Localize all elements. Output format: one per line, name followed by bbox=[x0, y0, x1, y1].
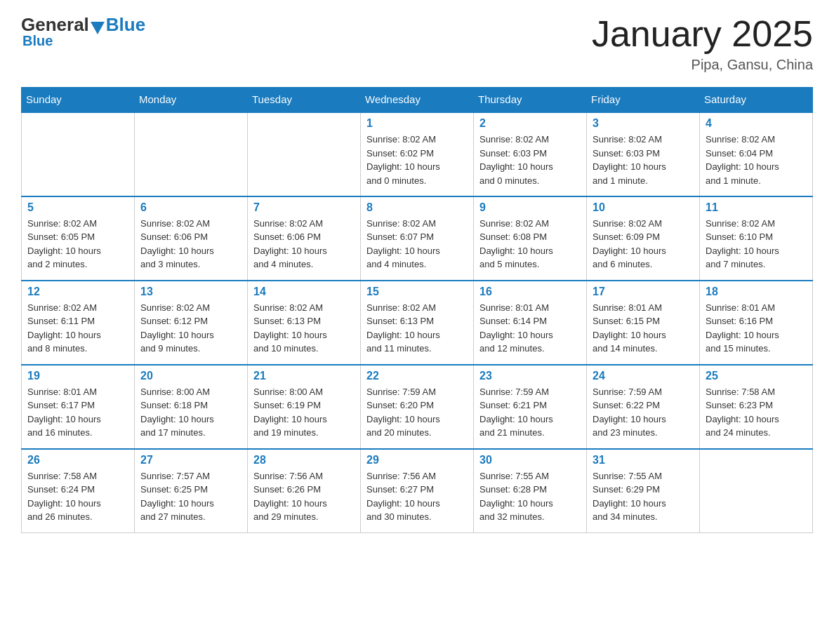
day-number: 19 bbox=[27, 370, 128, 382]
location-text: Pipa, Gansu, China bbox=[592, 57, 813, 73]
calendar-cell: 28Sunrise: 7:56 AM Sunset: 6:26 PM Dayli… bbox=[248, 449, 361, 533]
day-number: 30 bbox=[479, 454, 581, 467]
calendar-cell: 24Sunrise: 7:59 AM Sunset: 6:22 PM Dayli… bbox=[587, 365, 700, 449]
days-of-week-row: SundayMondayTuesdayWednesdayThursdayFrid… bbox=[22, 88, 813, 112]
day-number: 12 bbox=[27, 286, 128, 298]
sun-info: Sunrise: 8:02 AM Sunset: 6:12 PM Dayligh… bbox=[140, 301, 241, 356]
calendar-cell: 22Sunrise: 7:59 AM Sunset: 6:20 PM Dayli… bbox=[361, 365, 474, 449]
sun-info: Sunrise: 8:02 AM Sunset: 6:11 PM Dayligh… bbox=[27, 301, 128, 356]
day-number: 26 bbox=[27, 454, 128, 467]
day-number: 29 bbox=[366, 454, 468, 467]
sun-info: Sunrise: 7:59 AM Sunset: 6:22 PM Dayligh… bbox=[593, 385, 694, 440]
sun-info: Sunrise: 8:02 AM Sunset: 6:03 PM Dayligh… bbox=[479, 133, 581, 187]
sun-info: Sunrise: 8:01 AM Sunset: 6:16 PM Dayligh… bbox=[706, 301, 807, 356]
calendar-cell: 16Sunrise: 8:01 AM Sunset: 6:14 PM Dayli… bbox=[474, 281, 587, 365]
calendar-cell: 31Sunrise: 7:55 AM Sunset: 6:29 PM Dayli… bbox=[587, 449, 700, 533]
day-of-week-header: Thursday bbox=[474, 88, 587, 112]
sun-info: Sunrise: 8:02 AM Sunset: 6:06 PM Dayligh… bbox=[253, 217, 355, 271]
calendar-week-row: 19Sunrise: 8:01 AM Sunset: 6:17 PM Dayli… bbox=[22, 365, 813, 449]
calendar-cell: 11Sunrise: 8:02 AM Sunset: 6:10 PM Dayli… bbox=[700, 196, 813, 281]
calendar-week-row: 5Sunrise: 8:02 AM Sunset: 6:05 PM Daylig… bbox=[22, 196, 813, 281]
calendar-cell: 18Sunrise: 8:01 AM Sunset: 6:16 PM Dayli… bbox=[700, 281, 813, 365]
calendar-header: SundayMondayTuesdayWednesdayThursdayFrid… bbox=[22, 88, 813, 112]
sun-info: Sunrise: 7:58 AM Sunset: 6:23 PM Dayligh… bbox=[706, 385, 807, 440]
day-number: 22 bbox=[366, 370, 468, 382]
day-of-week-header: Wednesday bbox=[361, 88, 474, 112]
day-number: 25 bbox=[706, 370, 807, 382]
day-number: 24 bbox=[593, 370, 694, 382]
sun-info: Sunrise: 8:01 AM Sunset: 6:15 PM Dayligh… bbox=[593, 301, 694, 356]
page-header: General Blue Blue January 2025 Pipa, Gan… bbox=[21, 14, 813, 73]
sun-info: Sunrise: 8:01 AM Sunset: 6:14 PM Dayligh… bbox=[479, 301, 581, 356]
logo: General Blue Blue bbox=[21, 14, 145, 49]
sun-info: Sunrise: 7:56 AM Sunset: 6:26 PM Dayligh… bbox=[253, 469, 355, 524]
day-number: 21 bbox=[253, 370, 355, 382]
day-number: 31 bbox=[593, 454, 694, 467]
logo-subtitle: Blue bbox=[22, 33, 53, 49]
day-number: 5 bbox=[27, 201, 128, 214]
calendar-cell: 25Sunrise: 7:58 AM Sunset: 6:23 PM Dayli… bbox=[700, 365, 813, 449]
sun-info: Sunrise: 7:58 AM Sunset: 6:24 PM Dayligh… bbox=[27, 469, 128, 524]
calendar-cell: 8Sunrise: 8:02 AM Sunset: 6:07 PM Daylig… bbox=[361, 196, 474, 281]
calendar-week-row: 1Sunrise: 8:02 AM Sunset: 6:02 PM Daylig… bbox=[22, 112, 813, 196]
calendar-cell: 20Sunrise: 8:00 AM Sunset: 6:18 PM Dayli… bbox=[135, 365, 248, 449]
day-number: 20 bbox=[140, 370, 241, 382]
calendar-cell: 7Sunrise: 8:02 AM Sunset: 6:06 PM Daylig… bbox=[248, 196, 361, 281]
sun-info: Sunrise: 8:02 AM Sunset: 6:06 PM Dayligh… bbox=[140, 217, 241, 271]
calendar-cell: 19Sunrise: 8:01 AM Sunset: 6:17 PM Dayli… bbox=[22, 365, 135, 449]
calendar-week-row: 26Sunrise: 7:58 AM Sunset: 6:24 PM Dayli… bbox=[22, 449, 813, 533]
day-number: 2 bbox=[479, 117, 581, 130]
sun-info: Sunrise: 8:02 AM Sunset: 6:08 PM Dayligh… bbox=[479, 217, 581, 271]
sun-info: Sunrise: 8:00 AM Sunset: 6:19 PM Dayligh… bbox=[253, 385, 355, 440]
day-number: 6 bbox=[140, 201, 241, 214]
day-number: 7 bbox=[253, 201, 355, 214]
calendar-body: 1Sunrise: 8:02 AM Sunset: 6:02 PM Daylig… bbox=[22, 112, 813, 533]
day-of-week-header: Tuesday bbox=[248, 88, 361, 112]
calendar-cell: 2Sunrise: 8:02 AM Sunset: 6:03 PM Daylig… bbox=[474, 112, 587, 196]
day-number: 9 bbox=[479, 201, 581, 214]
calendar-cell bbox=[135, 112, 248, 196]
calendar-cell: 6Sunrise: 8:02 AM Sunset: 6:06 PM Daylig… bbox=[135, 196, 248, 281]
day-number: 23 bbox=[479, 370, 581, 382]
sun-info: Sunrise: 8:02 AM Sunset: 6:04 PM Dayligh… bbox=[706, 133, 807, 187]
day-number: 16 bbox=[479, 286, 581, 298]
calendar-cell: 5Sunrise: 8:02 AM Sunset: 6:05 PM Daylig… bbox=[22, 196, 135, 281]
sun-info: Sunrise: 8:00 AM Sunset: 6:18 PM Dayligh… bbox=[140, 385, 241, 440]
day-number: 14 bbox=[253, 286, 355, 298]
calendar-cell: 29Sunrise: 7:56 AM Sunset: 6:27 PM Dayli… bbox=[361, 449, 474, 533]
calendar-cell: 14Sunrise: 8:02 AM Sunset: 6:13 PM Dayli… bbox=[248, 281, 361, 365]
logo-blue-text: Blue bbox=[106, 14, 145, 36]
day-number: 18 bbox=[706, 286, 807, 298]
sun-info: Sunrise: 8:02 AM Sunset: 6:07 PM Dayligh… bbox=[366, 217, 468, 271]
day-number: 17 bbox=[593, 286, 694, 298]
day-of-week-header: Saturday bbox=[700, 88, 813, 112]
day-number: 4 bbox=[706, 117, 807, 130]
calendar-cell: 9Sunrise: 8:02 AM Sunset: 6:08 PM Daylig… bbox=[474, 196, 587, 281]
calendar-cell: 30Sunrise: 7:55 AM Sunset: 6:28 PM Dayli… bbox=[474, 449, 587, 533]
calendar-cell bbox=[700, 449, 813, 533]
calendar-cell: 10Sunrise: 8:02 AM Sunset: 6:09 PM Dayli… bbox=[587, 196, 700, 281]
sun-info: Sunrise: 8:01 AM Sunset: 6:17 PM Dayligh… bbox=[27, 385, 128, 440]
sun-info: Sunrise: 8:02 AM Sunset: 6:13 PM Dayligh… bbox=[253, 301, 355, 356]
sun-info: Sunrise: 7:57 AM Sunset: 6:25 PM Dayligh… bbox=[140, 469, 241, 524]
sun-info: Sunrise: 8:02 AM Sunset: 6:03 PM Dayligh… bbox=[593, 133, 694, 187]
calendar-cell: 17Sunrise: 8:01 AM Sunset: 6:15 PM Dayli… bbox=[587, 281, 700, 365]
calendar-cell: 23Sunrise: 7:59 AM Sunset: 6:21 PM Dayli… bbox=[474, 365, 587, 449]
sun-info: Sunrise: 8:02 AM Sunset: 6:05 PM Dayligh… bbox=[27, 217, 128, 271]
calendar-cell: 26Sunrise: 7:58 AM Sunset: 6:24 PM Dayli… bbox=[22, 449, 135, 533]
title-area: January 2025 Pipa, Gansu, China bbox=[592, 14, 813, 73]
day-of-week-header: Sunday bbox=[22, 88, 135, 112]
sun-info: Sunrise: 7:59 AM Sunset: 6:21 PM Dayligh… bbox=[479, 385, 581, 440]
day-number: 15 bbox=[366, 286, 468, 298]
sun-info: Sunrise: 8:02 AM Sunset: 6:09 PM Dayligh… bbox=[593, 217, 694, 271]
calendar-cell: 4Sunrise: 8:02 AM Sunset: 6:04 PM Daylig… bbox=[700, 112, 813, 196]
day-number: 10 bbox=[593, 201, 694, 214]
calendar-cell: 15Sunrise: 8:02 AM Sunset: 6:13 PM Dayli… bbox=[361, 281, 474, 365]
sun-info: Sunrise: 7:59 AM Sunset: 6:20 PM Dayligh… bbox=[366, 385, 468, 440]
day-number: 28 bbox=[253, 454, 355, 467]
sun-info: Sunrise: 7:56 AM Sunset: 6:27 PM Dayligh… bbox=[366, 469, 468, 524]
calendar-cell: 13Sunrise: 8:02 AM Sunset: 6:12 PM Dayli… bbox=[135, 281, 248, 365]
calendar-week-row: 12Sunrise: 8:02 AM Sunset: 6:11 PM Dayli… bbox=[22, 281, 813, 365]
calendar-cell bbox=[22, 112, 135, 196]
month-title: January 2025 bbox=[592, 14, 813, 54]
